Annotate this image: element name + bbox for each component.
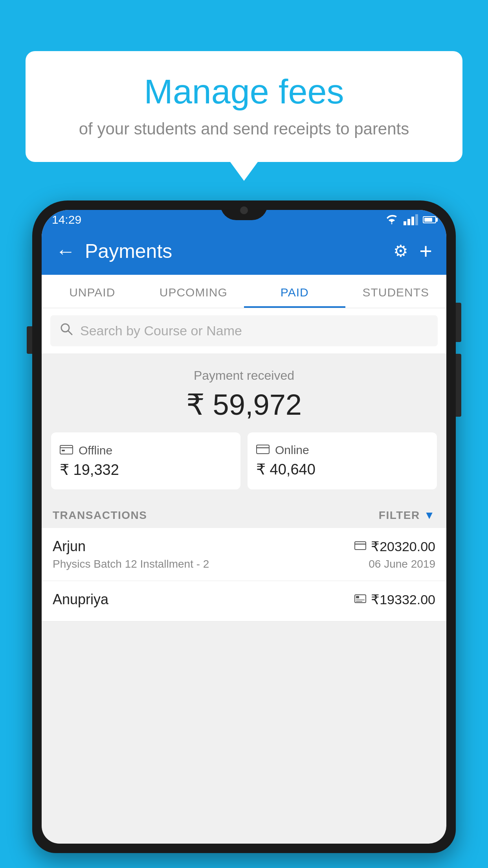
transaction-amount: ₹19332.00 [371,592,435,607]
search-icon [60,322,73,339]
signal-icon [404,214,418,225]
phone-mockup: 14:29 [32,200,456,868]
volume-rocker [456,354,461,417]
svg-rect-2 [60,445,73,454]
header-left: ← Payments [56,240,172,263]
payment-summary: Payment received ₹ 59,972 [42,353,446,500]
filter-icon: ▼ [424,509,435,522]
tabs-container: UNPAID UPCOMING PAID STUDENTS [42,275,446,308]
phone-notch [220,200,268,220]
battery-icon [423,216,436,223]
status-time: 14:29 [52,213,81,226]
offline-amount: ₹ 19,332 [60,461,232,478]
transactions-header: TRANSACTIONS FILTER ▼ [42,500,446,528]
filter-label: FILTER [379,509,420,522]
online-icon [256,443,270,457]
tab-paid[interactable]: PAID [244,275,345,308]
online-label: Online [275,443,309,457]
back-button[interactable]: ← [56,241,75,261]
online-amount: ₹ 40,640 [256,461,428,478]
card-payment-icon [354,540,366,553]
svg-rect-7 [356,596,359,598]
cash-payment-icon [354,593,366,606]
volume-button [27,326,32,354]
settings-button[interactable]: ⚙ [393,241,408,261]
payment-cards: Offline ₹ 19,332 [51,432,437,489]
svg-rect-5 [355,542,366,550]
transaction-course: Physics Batch 12 Installment - 2 [53,558,209,570]
offline-icon [60,443,73,457]
transaction-name: Anupriya [53,591,108,608]
svg-rect-4 [257,445,269,454]
speech-bubble: Manage fees of your students and send re… [26,51,462,162]
online-payment-card: Online ₹ 40,640 [248,432,437,489]
header-right: ⚙ + [393,238,432,264]
tab-upcoming[interactable]: UPCOMING [143,275,244,308]
front-camera [240,206,248,214]
svg-line-1 [68,331,72,335]
phone-screen: ← Payments ⚙ + UNPAID UPCOMING PAID STUD… [42,210,446,844]
header-title: Payments [85,240,172,263]
search-container: Search by Course or Name [42,308,446,353]
transaction-item[interactable]: Anupriya ₹19332.00 [42,581,446,622]
transactions-label: TRANSACTIONS [53,509,147,522]
transaction-item[interactable]: Arjun ₹20320.00 Physics [42,528,446,581]
status-icons [385,214,436,225]
transaction-name: Arjun [53,538,86,555]
payment-received-label: Payment received [51,368,437,383]
tab-unpaid[interactable]: UNPAID [42,275,143,308]
offline-payment-card: Offline ₹ 19,332 [51,432,240,489]
speech-bubble-container: Manage fees of your students and send re… [26,51,462,162]
phone-frame: 14:29 [32,200,456,853]
wifi-icon [385,214,399,225]
bubble-title: Manage fees [49,73,439,111]
transaction-date: 06 June 2019 [369,558,435,570]
tab-students[interactable]: STUDENTS [345,275,447,308]
bubble-subtitle: of your students and send receipts to pa… [49,120,439,138]
add-button[interactable]: + [419,238,432,264]
transaction-amount-container: ₹19332.00 [354,592,435,607]
power-button [456,303,461,342]
filter-button[interactable]: FILTER ▼ [379,509,435,522]
offline-label: Offline [79,444,112,457]
search-input[interactable]: Search by Course or Name [80,323,242,338]
transaction-amount: ₹20320.00 [371,539,435,554]
search-bar[interactable]: Search by Course or Name [50,315,438,346]
transaction-amount-container: ₹20320.00 [354,539,435,554]
svg-rect-3 [62,450,65,451]
payment-total-amount: ₹ 59,972 [51,388,437,421]
app-background: Manage fees of your students and send re… [0,0,488,868]
